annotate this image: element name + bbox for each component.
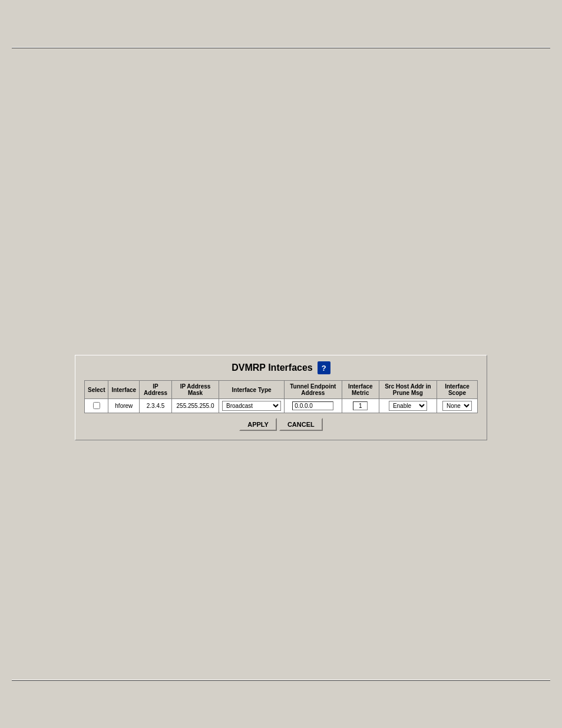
- apply-button[interactable]: APPLY: [239, 418, 277, 431]
- row-interface: hforew: [108, 399, 140, 413]
- col-header-scope: Interface Scope: [437, 381, 477, 399]
- main-content: DVMRP Interfaces ? Select Interface IP A…: [12, 48, 550, 680]
- row-metric-cell: [342, 399, 379, 413]
- dvmrp-panel: DVMRP Interfaces ? Select Interface IP A…: [75, 355, 487, 440]
- bottom-border: [12, 680, 550, 681]
- src-host-select[interactable]: EnableDisable: [389, 401, 427, 411]
- row-ip-mask: 255.255.255.0: [172, 399, 219, 413]
- table-header-row: Select Interface IP Address IP Address M…: [85, 381, 478, 399]
- interface-scope-select[interactable]: None: [442, 401, 472, 411]
- page-container: DVMRP Interfaces ? Select Interface IP A…: [0, 0, 562, 728]
- col-header-tunnel-endpoint: Tunnel Endpoint Address: [285, 381, 342, 399]
- button-row: APPLY CANCEL: [84, 418, 478, 431]
- col-header-ip-address: IP Address: [140, 381, 172, 399]
- row-ip-address: 2.3.4.5: [140, 399, 172, 413]
- row-interface-type-cell: BroadcastTunnelDVMRP Neighbor: [219, 399, 285, 413]
- tunnel-endpoint-input[interactable]: [292, 401, 333, 410]
- row-scope-cell: None: [437, 399, 477, 413]
- page-title: DVMRP Interfaces: [232, 363, 313, 373]
- col-header-src-host: Src Host Addr in Prune Msg: [379, 381, 437, 399]
- col-header-ip-mask: IP Address Mask: [172, 381, 219, 399]
- cancel-button[interactable]: CANCEL: [279, 418, 323, 431]
- row-tunnel-endpoint-cell: [285, 399, 342, 413]
- col-header-metric: Interface Metric: [342, 381, 379, 399]
- help-icon[interactable]: ?: [318, 361, 330, 374]
- table-row: hforew2.3.4.5255.255.255.0BroadcastTunne…: [85, 399, 478, 413]
- panel-title-row: DVMRP Interfaces ?: [84, 361, 478, 374]
- interface-metric-input[interactable]: [353, 401, 368, 410]
- row-src-host-cell: EnableDisable: [379, 399, 437, 413]
- interface-type-select[interactable]: BroadcastTunnelDVMRP Neighbor: [222, 401, 281, 411]
- col-header-interface: Interface: [108, 381, 140, 399]
- col-header-select: Select: [85, 381, 108, 399]
- table-body: hforew2.3.4.5255.255.255.0BroadcastTunne…: [85, 399, 478, 413]
- dvmrp-table: Select Interface IP Address IP Address M…: [84, 380, 478, 413]
- row-select-cell: [85, 399, 108, 413]
- col-header-interface-type: Interface Type: [219, 381, 285, 399]
- row-select-checkbox[interactable]: [93, 402, 100, 409]
